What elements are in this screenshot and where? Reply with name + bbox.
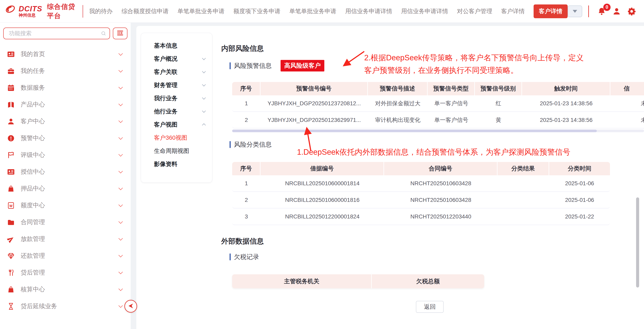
function-search-input[interactable] — [3, 27, 110, 39]
sidebar-item-data-services[interactable]: 数据服务 — [0, 79, 131, 96]
submenu-customer-360-view[interactable]: 客户360视图 — [141, 131, 212, 144]
chevron-down-icon — [202, 83, 206, 86]
chevron-down-icon — [118, 169, 123, 173]
sidebar-item-my-home[interactable]: 我的首页 — [0, 46, 131, 62]
tab-credit-use-detail-1[interactable]: 用信业务申请详情 — [345, 7, 392, 15]
chevron-down-icon — [118, 118, 123, 123]
submenu-basic-info[interactable]: 基本信息 — [141, 39, 212, 52]
menu-icon — [116, 29, 124, 38]
sidebar-item-label: 核算中心 — [21, 285, 119, 294]
chevron-down-icon — [118, 287, 123, 291]
sidebar-item-limit-center[interactable]: W额度中心 — [0, 197, 131, 214]
id-card-icon — [7, 50, 15, 58]
sidebar-item-repayment-mgmt[interactable]: 还款管理 — [0, 247, 131, 264]
chevron-down-icon — [118, 253, 123, 257]
utensils-icon — [7, 269, 15, 277]
chevron-down-icon — [118, 186, 123, 190]
internal-risk-heading: 内部风险信息 — [221, 44, 264, 53]
map-book-icon — [7, 101, 15, 109]
sidebar-item-rating-center[interactable]: 评级中心 — [0, 147, 131, 163]
classification-table-wrap: 序号 借据编号 合同编号 分类结果 分类时间 1 NRCBILL20250106… — [232, 162, 610, 225]
sidebar-item-label: 预警中心 — [21, 134, 119, 142]
menu-collapse-button[interactable] — [113, 27, 128, 39]
tab-customer-detail[interactable]: 客户详情 — [501, 7, 525, 15]
table-row[interactable]: 2 NRCBILL2025010600001816 NRCHT202501060… — [232, 192, 610, 209]
notification-bell-icon[interactable]: 0 — [597, 7, 606, 16]
table-row[interactable]: 2 YJBHYJXH_DGP20250123629971... 审计机构出现变化… — [232, 112, 644, 129]
sidebar-item-collateral-center[interactable]: 押品中心 — [0, 180, 131, 197]
calendar-icon — [7, 84, 15, 92]
sidebar-item-label: 额度中心 — [21, 201, 119, 210]
sidebar-item-credit-center[interactable]: 授信中心 — [0, 163, 131, 180]
table-header-row: 主管税务机关 欠税总额 — [232, 274, 484, 288]
chevron-down-icon — [118, 202, 123, 207]
chevron-down-icon — [202, 69, 206, 73]
tax-arrears-title: 欠税记录 — [234, 253, 259, 261]
sidebar-item-loan-disbursement[interactable]: 放款管理 — [0, 231, 131, 247]
risk-warning-title: 风险预警信息 — [234, 61, 272, 70]
tab-comprehensive-credit[interactable]: 综合额度授信申请 — [122, 7, 168, 15]
chevron-down-icon — [118, 102, 123, 106]
tab-single-batch-1[interactable]: 单笔单批业务申请 — [178, 7, 224, 15]
table-row[interactable]: 1 YJBHYJXH_DGP20250123720812... 对外担保金额过大… — [232, 95, 644, 112]
chevron-down-icon — [118, 152, 123, 156]
sidebar-item-my-tasks[interactable]: 我的任务 — [0, 62, 131, 79]
tab-my-todo[interactable]: 我的待办 — [89, 7, 113, 15]
external-data-heading: 外部数据信息 — [221, 237, 264, 246]
submenu-other-bank-business[interactable]: 他行业务 — [141, 105, 212, 118]
sidebar-item-label: 贷后延续业务 — [21, 302, 119, 310]
submenu-finance-mgmt[interactable]: 财务管理 — [141, 78, 212, 92]
document-icon: W — [7, 201, 15, 210]
tab-customer-detail-active[interactable]: 客户详情 — [534, 4, 568, 18]
table-row[interactable]: 3 NRCBILL2025012200001824 NRCHT202501220… — [232, 209, 610, 225]
tab-single-batch-2[interactable]: 单笔单批业务申请 — [289, 7, 336, 15]
risk-classification-title: 风险分类信息 — [234, 140, 272, 149]
tab-under-limit[interactable]: 额度项下业务申请 — [233, 7, 280, 15]
user-profile-icon[interactable] — [612, 7, 621, 16]
flag-icon — [7, 151, 15, 159]
sidebar-item-customer-center[interactable]: 客户中心 — [0, 113, 131, 130]
sidebar-item-post-loan-mgmt[interactable]: 贷后管理 — [0, 264, 131, 281]
topbar-divider — [588, 5, 589, 17]
chevron-down-icon — [118, 135, 123, 139]
submenu-our-bank-business[interactable]: 我行业务 — [141, 92, 212, 105]
search-icon — [101, 30, 106, 36]
bell-icon — [597, 13, 606, 16]
table-row[interactable]: 1 NRCBILL2025010600001814 NRCHT202501060… — [232, 175, 610, 192]
diamond-icon — [7, 252, 15, 260]
sidebar-item-warning-center[interactable]: 预警中心 — [0, 130, 131, 147]
sidebar-item-contract-mgmt[interactable]: 合同管理 — [0, 214, 131, 231]
briefcase-icon — [7, 67, 15, 75]
gear-icon — [627, 13, 636, 16]
dcits-logo-icon — [5, 4, 16, 19]
sidebar-item-label: 数据服务 — [21, 84, 119, 92]
sidebar-item-label: 放款管理 — [21, 235, 119, 243]
sidebar-item-accounting-center[interactable]: 核算中心 — [0, 281, 131, 298]
sidebar-collapse-button[interactable] — [124, 300, 137, 313]
sidebar-item-post-loan-continuation[interactable]: 贷后延续业务 — [0, 298, 131, 315]
section-bar — [230, 254, 231, 260]
submenu-customer-relation[interactable]: 客户关联 — [141, 65, 212, 78]
sidebar-item-product-center[interactable]: 产品中心 — [0, 96, 131, 113]
submenu-customer-view[interactable]: 客户视图 — [141, 118, 212, 131]
back-button[interactable]: 返回 — [416, 301, 444, 313]
warning-signal-table: 序号 预警信号编号 预警信号描述 预警信号类型 预警信号级别 触发时间 信 1 … — [232, 82, 644, 129]
table-header-row: 序号 预警信号编号 预警信号描述 预警信号类型 预警信号级别 触发时间 信 — [232, 82, 644, 95]
submenu-customer-overview[interactable]: 客户概况 — [141, 52, 212, 65]
table-header-row: 序号 借据编号 合同编号 分类结果 分类时间 — [232, 162, 610, 175]
settings-gear-icon[interactable] — [627, 7, 636, 16]
sidebar-item-label: 客户中心 — [21, 117, 119, 125]
table-hscrollbar-thumb[interactable] — [232, 130, 597, 132]
submenu-image-data[interactable]: 影像资料 — [141, 158, 212, 171]
customer-view-menu: 基本信息 客户概况 客户关联 财务管理 我行业务 他行业务 客户视图 客户360… — [141, 33, 212, 183]
tab-overflow-dropdown[interactable] — [568, 5, 582, 17]
brand-name: DCITS — [19, 5, 42, 13]
hourglass-icon — [7, 302, 15, 310]
chevron-up-icon — [202, 123, 206, 127]
submenu-lifecycle-view[interactable]: 生命周期视图 — [141, 144, 212, 158]
tab-corporate-customer-mgmt[interactable]: 对公客户管理 — [457, 7, 492, 15]
table-hscrollbar-track — [232, 130, 644, 132]
tab-credit-use-detail-2[interactable]: 用信业务申请详情 — [401, 7, 448, 15]
brand-company: 神州信息 — [19, 13, 42, 17]
page-vscrollbar-thumb[interactable] — [636, 197, 639, 288]
